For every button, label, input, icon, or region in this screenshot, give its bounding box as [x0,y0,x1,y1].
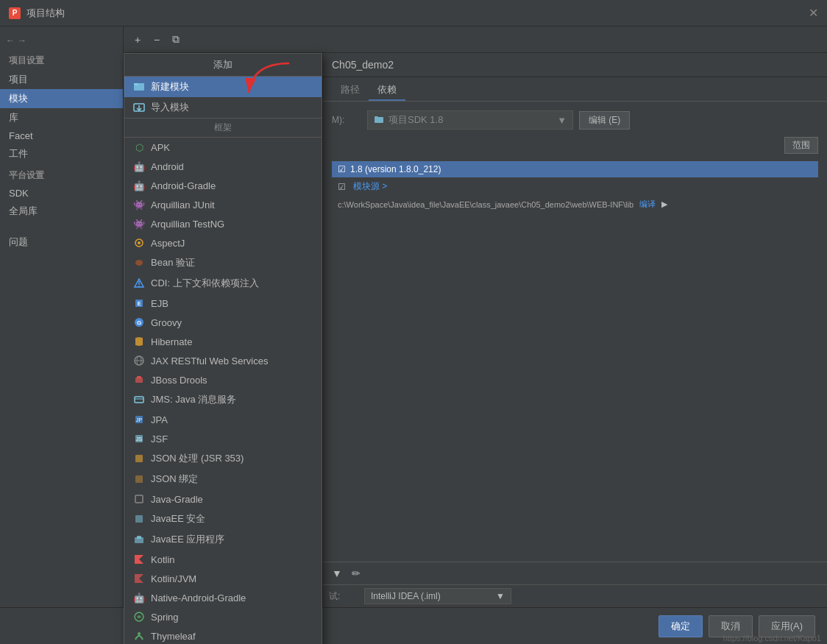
javaee-app-icon [133,534,145,545]
format-label: 试: [329,590,358,603]
section-title-project-settings: 项目设置 [0,49,123,70]
dep-checkbox[interactable]: ☑ [338,164,346,174]
dep-edit-button[interactable]: ✏ [348,565,364,581]
framework-jboss[interactable]: JBoss Drools [124,370,322,389]
tab-dependencies[interactable]: 依赖 [369,80,405,101]
sidebar-item-problems[interactable]: 问题 [0,233,123,252]
aspectj-icon [133,237,145,249]
tabs-bar: 路径 依赖 [323,77,827,102]
format-value: IntelliJ IDEA (.iml) [371,591,441,601]
sdk-label: M): [332,115,361,125]
framework-arquillian-junit[interactable]: 👾 Arquillian JUnit [124,195,322,214]
jpa-icon: JP [133,414,145,425]
kotlin-icon [133,553,145,565]
sidebar-item-project[interactable]: 项目 [0,70,123,89]
section-title-platform-settings: 平台设置 [0,163,123,185]
framework-thymeleaf[interactable]: Thymeleaf [124,626,322,644]
arquillian-junit-icon: 👾 [133,199,145,210]
svg-rect-25 [135,455,143,462]
toolbar: + − ⧉ [124,26,827,53]
framework-android-gradle[interactable]: 🤖 Android-Gradle [124,176,322,195]
title-bar: P 项目结构 ✕ [0,0,827,26]
framework-android[interactable]: 🤖 Android [124,157,322,176]
dep-down-button[interactable]: ▼ [329,565,345,581]
scope-button[interactable]: 范围 [784,137,818,154]
module-source-label[interactable]: 模块源 > [353,180,387,193]
ejb-icon: E [133,297,145,309]
expand-icon: ▶ [661,199,667,209]
json-processing-icon [133,453,145,464]
framework-jms[interactable]: JMS: Java 消息服务 [124,389,322,410]
framework-aspectj[interactable]: AspectJ [124,233,322,252]
svg-rect-28 [135,515,143,523]
framework-jax[interactable]: JAX RESTful Web Services [124,351,322,370]
svg-rect-30 [137,536,141,539]
framework-cdi[interactable]: CDI: 上下文和依赖项注入 [124,273,322,294]
dep-checkbox2[interactable]: ☑ [338,182,346,192]
framework-ejb[interactable]: E EJB [124,294,322,313]
bean-icon [133,257,145,269]
dropdown-item-import-module[interactable]: 导入模块 [124,97,322,118]
framework-javaee-app[interactable]: JavaEE 应用程序 [124,529,322,550]
svg-text:E: E [138,301,141,306]
format-dropdown[interactable]: IntelliJ IDEA (.iml) ▼ [364,588,511,604]
dep-item-jdk[interactable]: ☑ 1.8 (version 1.8.0_212) [332,161,818,177]
apk-icon: ⬡ [133,141,145,153]
edit-button[interactable]: 编辑 (E) [579,111,630,130]
framework-json-processing[interactable]: JSON 处理 (JSR 353) [124,448,322,469]
ok-button[interactable]: 确定 [659,615,703,637]
framework-bean[interactable]: Bean 验证 [124,252,322,273]
framework-kotlin[interactable]: Kotlin [124,550,322,569]
groovy-icon: G [133,316,145,328]
dependencies-list: ☑ 1.8 (version 1.8.0_212) ☑ 模块源 > [332,161,818,196]
spring-icon [133,611,145,623]
add-button[interactable]: + [129,32,146,48]
framework-apk[interactable]: ⬡ APK [124,138,322,157]
framework-json-binding[interactable]: JSON 绑定 [124,469,322,489]
svg-rect-26 [135,475,143,483]
framework-java-gradle[interactable]: Java-Gradle [124,489,322,509]
sidebar-item-libraries[interactable]: 库 [0,108,123,127]
sidebar-item-global-libraries[interactable]: 全局库 [0,202,123,221]
framework-spring[interactable]: Spring [124,607,322,626]
framework-arquillian-testng[interactable]: 👾 Arquillian TestNG [124,214,322,233]
svg-rect-2 [134,83,138,85]
app-icon: P [9,7,21,19]
svg-text:G: G [137,319,141,326]
framework-javaee-security[interactable]: JavaEE 安全 [124,509,322,529]
copy-button[interactable]: ⧉ [168,32,184,48]
close-button[interactable]: ✕ [809,6,818,20]
sidebar-item-modules[interactable]: 模块 [0,89,123,108]
back-button[interactable]: ← [6,35,15,46]
dropdown-header: 添加 [124,54,322,77]
tab-path[interactable]: 路径 [332,80,369,101]
sdk-dropdown[interactable]: 项目SDK 1.8 ▼ [367,110,573,130]
svg-text:JP: JP [136,417,143,422]
sidebar-item-facet[interactable]: Facet [0,127,123,144]
dropdown-item-new-module[interactable]: 新建模块 [124,77,322,97]
arquillian-testng-icon: 👾 [133,218,145,230]
framework-jsf[interactable]: JS JSF [124,429,322,448]
dep-item-module-source[interactable]: ☑ 模块源 > [332,177,818,196]
jsf-icon: JS [133,433,145,445]
svg-point-6 [135,260,143,266]
remove-button[interactable]: − [149,32,165,48]
framework-native-android[interactable]: 🤖 Native-Android-Gradle [124,588,322,607]
framework-hibernate[interactable]: Hibernate [124,332,322,351]
svg-text:JS: JS [136,436,143,442]
title-bar-left: P 项目结构 [9,7,65,20]
svg-point-33 [138,632,141,635]
framework-kotlin-jvm[interactable]: Kotlin/JVM [124,569,322,588]
svg-rect-27 [135,495,143,503]
sidebar: ← → 项目设置 项目 模块 库 Facet 工件 平台设置 SDK 全局库 问… [0,26,124,607]
sidebar-item-sdk[interactable]: SDK [0,185,123,202]
dep-path-row: c:\WorkSpace\Java\idea_file\JavaEE\class… [332,196,818,213]
svg-rect-17 [135,378,143,383]
framework-groovy[interactable]: G Groovy [124,313,322,332]
jms-icon [133,394,145,406]
svg-marker-31 [135,555,143,564]
new-module-label: 新建模块 [151,80,189,93]
sidebar-item-artifacts[interactable]: 工件 [0,144,123,163]
forward-button[interactable]: → [18,35,26,46]
framework-jpa[interactable]: JP JPA [124,410,322,429]
